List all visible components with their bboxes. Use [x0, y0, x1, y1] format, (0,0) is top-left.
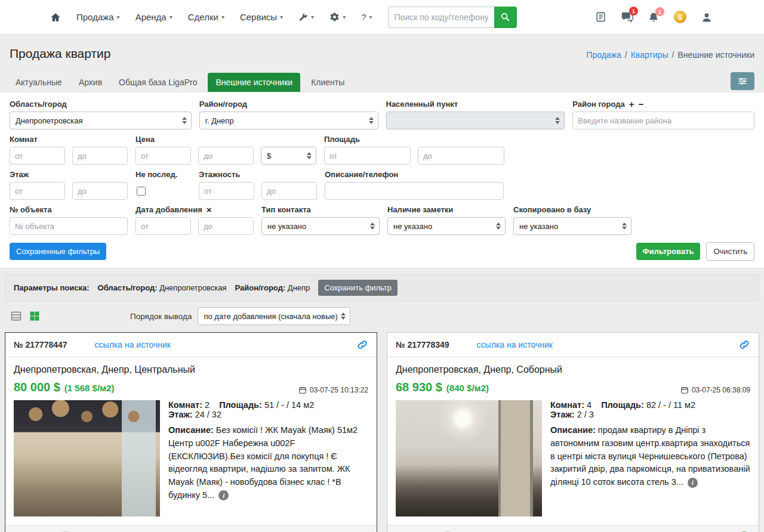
menu-deals[interactable]: Сделки▾ — [188, 12, 224, 22]
search-icon — [500, 12, 510, 22]
notifications-bell-icon[interactable]: 1 — [648, 11, 660, 23]
wrench-icon — [298, 13, 308, 22]
menu-services[interactable]: Сервисы▾ — [240, 12, 283, 22]
card-body: Днепропетровская, Днепр, Центральный 80 … — [5, 357, 377, 525]
remove-district-icon[interactable]: − — [639, 100, 644, 109]
floor-spec: Этаж: 24 / 32 — [168, 410, 221, 419]
note-label: Наличие заметки — [387, 205, 453, 214]
description-phone-input[interactable] — [325, 182, 504, 200]
add-district-icon[interactable]: + — [629, 100, 634, 109]
save-filter-button[interactable]: Сохранить фильтр — [318, 280, 398, 296]
floors-total-to-input[interactable] — [261, 182, 317, 200]
tab-archive[interactable]: Архив — [73, 73, 108, 92]
user-icon[interactable] — [701, 11, 713, 23]
rooms-from-input[interactable] — [10, 147, 65, 165]
grid-view-icon[interactable] — [29, 310, 41, 322]
tab-external-sources[interactable]: Внешние источники — [208, 73, 300, 92]
tabs: Актуальные Архив Общая база LigaPro Внеш… — [10, 73, 350, 92]
filter-settings-button[interactable] — [731, 72, 754, 90]
copied-select[interactable]: не указано — [513, 217, 631, 235]
list-view-icon[interactable] — [10, 310, 23, 322]
select-arrows-icon — [369, 117, 374, 124]
menu-tools[interactable]: ▾ — [298, 13, 314, 22]
listing-number: № 217778349 — [396, 340, 449, 349]
breadcrumb-sale[interactable]: Продажа — [586, 50, 621, 60]
sort-order-select[interactable]: по дате добавления (сначала новые) — [198, 307, 350, 325]
city-district-input[interactable] — [572, 112, 754, 129]
source-link[interactable]: ссылка на источник — [95, 340, 171, 349]
listing-photo[interactable] — [396, 400, 542, 516]
area-label: Площадь — [324, 135, 360, 144]
sort-order-value: по дате добавления (сначала новые) — [204, 312, 337, 321]
object-id-input[interactable] — [10, 217, 128, 235]
link-icon[interactable] — [738, 339, 750, 351]
clear-date-icon[interactable]: × — [207, 205, 212, 214]
link-icon[interactable] — [356, 339, 368, 351]
region-select[interactable]: Днепропетровская — [10, 112, 192, 129]
search-input[interactable] — [388, 7, 494, 28]
filter-rooms: Комнат — [10, 135, 128, 165]
tab-clients[interactable]: Клиенты — [305, 73, 350, 92]
card-header: № 217778349 ссылка на источник — [387, 333, 759, 357]
card-header: № 217778447 ссылка на источник — [5, 333, 377, 357]
chevron-down-icon: ▾ — [343, 14, 346, 20]
listing-location: Днепропетровская, Днепр, Центральный — [14, 364, 368, 375]
not-last-checkbox[interactable] — [137, 187, 146, 196]
district-value: г. Днепр — [205, 116, 365, 125]
breadcrumb-apartments[interactable]: Квартиры — [631, 50, 668, 60]
area-spec: Площадь: 82 / - / 11 м2 — [601, 400, 695, 410]
not-last-label: Не послед. — [135, 170, 177, 179]
filter-city-district: Район города + − — [572, 100, 754, 129]
settlement-label: Населенный пункт — [386, 100, 458, 109]
floors-total-from-input[interactable] — [199, 182, 254, 200]
page-title: Продажа квартир — [10, 47, 111, 61]
filter-note: Наличие заметки не указано — [387, 205, 506, 235]
floor-to-input[interactable] — [72, 182, 128, 200]
listing-photo[interactable] — [14, 400, 160, 516]
breadcrumb-separator: / — [625, 50, 627, 60]
home-icon[interactable] — [50, 12, 61, 23]
journal-icon[interactable] — [595, 11, 606, 23]
listing-details: Комнат: 4 Площадь: 82 / - / 11 м2 Этаж: … — [550, 400, 750, 516]
listing-date: 03-07-25 10:13:22 — [298, 386, 368, 394]
area-from-input[interactable] — [324, 147, 411, 165]
price-label: Цена — [135, 135, 155, 144]
filter-contact-type: Тип контакта не указано — [261, 205, 380, 235]
menu-settings[interactable]: ▾ — [329, 12, 346, 22]
apply-filter-button[interactable]: Фильтровать — [636, 243, 701, 260]
messages-icon[interactable]: 1 — [621, 11, 633, 23]
coin-glyph: $ — [674, 11, 686, 23]
district-select[interactable]: г. Днепр — [199, 112, 378, 129]
info-icon[interactable]: i — [218, 490, 229, 500]
region-label: Область/город — [10, 100, 67, 109]
menu-rent[interactable]: Аренда▾ — [135, 12, 172, 22]
date-from-input[interactable] — [135, 217, 191, 235]
tab-actual[interactable]: Актуальные — [10, 73, 68, 92]
info-icon[interactable]: i — [688, 478, 698, 488]
menu-help[interactable]: ? ▾ — [361, 12, 372, 22]
city-district-label: Район города — [572, 100, 625, 109]
tab-ligapro-base[interactable]: Общая база LigaPro — [113, 73, 203, 92]
rooms-to-input[interactable] — [72, 147, 128, 165]
source-link[interactable]: ссылка на источник — [477, 340, 553, 349]
date-to-input[interactable] — [198, 217, 254, 235]
currency-select[interactable]: $ — [261, 147, 316, 165]
saved-filters-button[interactable]: Сохраненные фильтры — [10, 243, 106, 260]
note-select[interactable]: не указано — [387, 217, 506, 235]
clear-filter-button[interactable]: Очистить — [706, 242, 754, 261]
menu-deals-label: Сделки — [188, 12, 218, 22]
contact-type-select[interactable]: не указано — [261, 217, 380, 235]
price-from-input[interactable] — [135, 147, 191, 165]
floor-from-input[interactable] — [10, 182, 65, 200]
balance-coin-icon[interactable]: $ — [674, 11, 686, 23]
price-to-input[interactable] — [198, 147, 254, 165]
select-arrows-icon — [622, 222, 627, 230]
menu-sale[interactable]: Продажа▾ — [76, 12, 120, 22]
search-params-bar: Параметры поиска: Область/город: Днепроп… — [5, 274, 759, 301]
settlement-select[interactable] — [386, 112, 565, 129]
search-button[interactable] — [494, 7, 517, 28]
date-added-label: Дата добавления — [135, 205, 202, 214]
area-to-input[interactable] — [418, 147, 504, 165]
note-value: не указано — [393, 222, 492, 231]
filter-district: Район/город г. Днепр — [199, 100, 378, 129]
